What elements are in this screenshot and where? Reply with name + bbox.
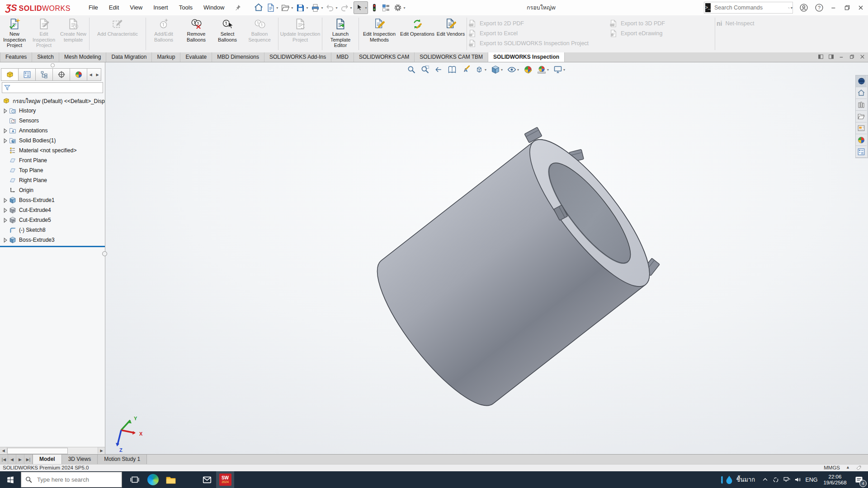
menu-window[interactable]: Window [198, 0, 230, 15]
home-button[interactable] [253, 1, 264, 14]
select-tool-button[interactable]: ▾ [354, 1, 368, 14]
tab-mbd[interactable]: MBD [331, 52, 354, 62]
tab-solidworks-inspection[interactable]: SOLIDWORKS Inspection [488, 52, 565, 62]
tab-data-migration[interactable]: Data Migration [106, 52, 152, 62]
restore-button[interactable] [844, 4, 851, 11]
menu-view[interactable]: View [124, 0, 148, 15]
export-to-2d-pdf-button[interactable]: Export to 2D PDF [468, 19, 609, 28]
net-inspect-button[interactable]: ni Net-Inspect [717, 19, 780, 28]
rollback-bar[interactable] [0, 246, 105, 247]
tab-mbd-dimensions[interactable]: MBD Dimensions [212, 52, 264, 62]
expand-arrow-icon[interactable] [2, 217, 8, 223]
tab-sketch[interactable]: Sketch [32, 52, 59, 62]
open-document-button[interactable]: ▾ [280, 2, 294, 14]
edit-inspection-methods-button[interactable]: Edit Inspection Methods [360, 17, 398, 42]
previous-view-button[interactable] [433, 65, 444, 75]
manager-tab-scroll[interactable]: ◀▶ [87, 68, 101, 81]
view-settings-button[interactable]: ▾ [552, 65, 566, 75]
search-commands-box[interactable]: >_ ▾ [704, 2, 793, 14]
tab-motion-study-1[interactable]: Motion Study 1 [98, 455, 147, 464]
pane-right-icon[interactable] [828, 54, 834, 60]
tray-chevron-icon[interactable] [760, 473, 770, 487]
tree-item-right-plane[interactable]: Right Plane [0, 175, 105, 185]
tab-model[interactable]: Model [33, 455, 62, 464]
pane-left-icon[interactable] [818, 54, 824, 60]
account-icon[interactable] [799, 3, 808, 12]
taskbar-search-input[interactable] [36, 476, 110, 483]
onedrive-tray-icon[interactable] [770, 473, 781, 487]
edge-app-icon[interactable] [144, 471, 162, 488]
task-view-button[interactable] [126, 471, 144, 488]
file-explorer-icon[interactable] [856, 111, 867, 122]
tree-item-cut-extrude5[interactable]: Cut-Extrude5 [0, 215, 105, 225]
scrollbar-thumb[interactable] [7, 448, 68, 454]
menu-edit[interactable]: Edit [104, 0, 124, 15]
graphics-viewport[interactable]: A ▾ ▾ ▾ ▾ ▾ Y X Z [0, 62, 868, 454]
scroll-left-button[interactable]: ◀ [0, 447, 7, 454]
expand-arrow-icon[interactable] [2, 138, 8, 144]
tree-item-cut-extrude4[interactable]: Cut-Extrude4 [0, 205, 105, 215]
tab-solidworks-add-ins[interactable]: SOLIDWORKS Add-Ins [264, 52, 331, 62]
solidworks-resources-icon[interactable] [856, 75, 867, 87]
menu-tools[interactable]: Tools [174, 0, 198, 15]
new-inspection-project-button[interactable]: New Inspection Project [0, 17, 29, 48]
zoom-to-fit-button[interactable] [406, 65, 417, 75]
save-button[interactable]: ▾ [295, 2, 309, 14]
action-center-button[interactable]: 4 [850, 471, 868, 488]
network-tray-icon[interactable] [781, 473, 792, 487]
expand-arrow-icon[interactable] [2, 128, 8, 134]
close-document-icon[interactable] [859, 54, 865, 60]
custom-properties-icon[interactable] [856, 146, 867, 158]
tree-item-boss-extrude3[interactable]: Boss-Extrude3 [0, 235, 105, 245]
tab-3d-views[interactable]: 3D Views [62, 455, 98, 464]
search-options-caret[interactable]: ▾ [791, 6, 793, 10]
tree-item-sketch8[interactable]: (-) Sketch8 [0, 225, 105, 235]
tab-features[interactable]: Features [0, 52, 32, 62]
tree-item-solid-bodies[interactable]: Solid Bodies(1) [0, 136, 105, 145]
display-manager-tab[interactable] [70, 68, 87, 81]
tab-next-button[interactable]: ▶ [16, 455, 24, 464]
tree-item-origin[interactable]: Origin [0, 185, 105, 195]
file-explorer-app-icon[interactable] [162, 471, 180, 488]
language-indicator[interactable]: ENG [803, 477, 820, 483]
part-model-3d[interactable] [0, 62, 868, 454]
options-list-icon[interactable] [381, 2, 392, 14]
tab-solidworks-cam-tbm[interactable]: SOLIDWORKS CAM TBM [415, 52, 488, 62]
create-new-template-button[interactable]: Create New template [59, 17, 88, 42]
view-annotations-button[interactable]: A [460, 65, 472, 75]
launch-template-editor-button[interactable]: Launch Template Editor [324, 17, 357, 48]
add-edit-balloons-button[interactable]: Add/Edit Balloons [147, 17, 180, 42]
configuration-manager-tab[interactable] [35, 68, 52, 81]
search-commands-input[interactable] [713, 4, 788, 11]
edit-inspection-project-button[interactable]: Edit Inspection Project [29, 17, 59, 48]
export-to-solidworks-inspection-project-button[interactable]: Export to SOLIDWORKS Inspection Project [468, 38, 609, 48]
hide-show-items-button[interactable]: ▾ [506, 65, 520, 75]
close-button[interactable] [857, 4, 864, 11]
home-tab-icon[interactable] [856, 87, 867, 99]
export-to-excel-button[interactable]: Export to Excel [468, 28, 609, 38]
menu-insert[interactable]: Insert [148, 0, 174, 15]
design-library-icon[interactable] [856, 99, 867, 111]
expand-arrow-icon[interactable] [2, 237, 8, 243]
export-edrawing-button[interactable]: Export eDrawing [609, 28, 713, 38]
design-checker-icon[interactable] [369, 2, 380, 14]
units-caret-icon[interactable]: ▲ [846, 465, 850, 469]
select-balloons-button[interactable]: Select Balloons [212, 17, 242, 42]
tree-filter-input[interactable] [2, 82, 103, 93]
add-characteristic-button[interactable]: Add Characteristic [91, 17, 144, 37]
zoom-to-area-button[interactable] [419, 65, 431, 75]
edit-appearance-button[interactable] [522, 65, 534, 75]
panel-resize-handle[interactable] [102, 251, 107, 256]
feature-manager-tab[interactable] [1, 68, 18, 81]
edit-vendors-button[interactable]: Edit Vendors [436, 17, 465, 37]
appearances-scenes-icon[interactable] [856, 134, 867, 146]
tag-editor-icon[interactable] [856, 465, 862, 471]
expand-arrow-icon[interactable] [2, 207, 8, 213]
remove-balloons-button[interactable]: Remove Balloons [180, 17, 212, 42]
tab-markup[interactable]: Markup [152, 52, 180, 62]
undo-button[interactable]: ▾ [325, 2, 338, 14]
tab-first-button[interactable]: |◀ [0, 455, 8, 464]
tab-prev-button[interactable]: ◀ [8, 455, 16, 464]
dimxpert-manager-tab[interactable] [52, 68, 70, 81]
tab-evaluate[interactable]: Evaluate [180, 52, 212, 62]
